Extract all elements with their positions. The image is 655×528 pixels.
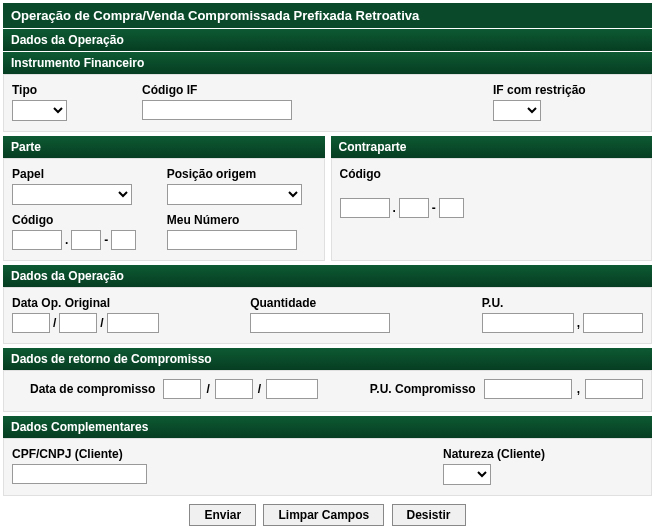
data-op-mes[interactable] bbox=[59, 313, 97, 333]
section-complementares: Dados Complementares bbox=[3, 415, 652, 438]
section-dados-operacao-2: Dados da Operação bbox=[3, 264, 652, 287]
label-data-compromisso: Data de compromisso bbox=[30, 382, 155, 396]
button-row: Enviar Limpar Campos Desistir bbox=[3, 496, 652, 528]
block-complementares: CPF/CNPJ (Cliente) Natureza (Cliente) bbox=[3, 438, 652, 496]
desistir-button[interactable]: Desistir bbox=[392, 504, 466, 526]
block-contraparte: Código . - bbox=[331, 158, 653, 261]
sep-dash: - bbox=[103, 233, 109, 247]
data-comp-ano[interactable] bbox=[266, 379, 318, 399]
block-dados-operacao-2: Data Op. Original / / Quantidade P.U. , bbox=[3, 287, 652, 344]
sep-dot: . bbox=[392, 201, 397, 215]
data-comp-dia[interactable] bbox=[163, 379, 201, 399]
label-meu-numero: Meu Número bbox=[167, 213, 316, 227]
block-instrumento: Tipo Código IF IF com restrição bbox=[3, 74, 652, 132]
natureza-select[interactable] bbox=[443, 464, 491, 485]
sep-slash: / bbox=[257, 382, 262, 396]
sep-comma: , bbox=[576, 316, 581, 330]
posicao-origem-select[interactable] bbox=[167, 184, 302, 205]
sep-comma: , bbox=[576, 382, 581, 396]
block-retorno: Data de compromisso / / P.U. Compromisso… bbox=[3, 370, 652, 412]
data-op-ano[interactable] bbox=[107, 313, 159, 333]
label-pu-compromisso: P.U. Compromisso bbox=[370, 382, 476, 396]
pu-comp-dec[interactable] bbox=[585, 379, 643, 399]
parte-codigo-2[interactable] bbox=[71, 230, 101, 250]
label-if-restricao: IF com restrição bbox=[493, 83, 643, 97]
section-instrumento: Instrumento Financeiro bbox=[3, 51, 652, 74]
section-parte: Parte bbox=[3, 135, 325, 158]
contraparte-codigo-3[interactable] bbox=[439, 198, 464, 218]
block-parte: Papel Posição origem Código . - bbox=[3, 158, 325, 261]
label-pu: P.U. bbox=[482, 296, 643, 310]
quantidade-input[interactable] bbox=[250, 313, 390, 333]
pu-int[interactable] bbox=[482, 313, 574, 333]
section-contraparte: Contraparte bbox=[331, 135, 653, 158]
tipo-select[interactable] bbox=[12, 100, 67, 121]
contraparte-codigo-2[interactable] bbox=[399, 198, 429, 218]
sep-dash: - bbox=[431, 201, 437, 215]
label-natureza: Natureza (Cliente) bbox=[443, 447, 643, 461]
meu-numero-input[interactable] bbox=[167, 230, 297, 250]
enviar-button[interactable]: Enviar bbox=[189, 504, 256, 526]
pu-comp-int[interactable] bbox=[484, 379, 572, 399]
parte-codigo-1[interactable] bbox=[12, 230, 62, 250]
sep-slash: / bbox=[52, 316, 57, 330]
label-codigo-parte: Código bbox=[12, 213, 161, 227]
label-tipo: Tipo bbox=[12, 83, 122, 97]
section-retorno: Dados de retorno de Compromisso bbox=[3, 347, 652, 370]
limpar-button[interactable]: Limpar Campos bbox=[263, 504, 384, 526]
papel-select[interactable] bbox=[12, 184, 132, 205]
label-codigo-if: Código IF bbox=[142, 83, 312, 97]
label-data-op-original: Data Op. Original bbox=[12, 296, 159, 310]
page-title: Operação de Compra/Venda Compromissada P… bbox=[3, 3, 652, 28]
data-comp-mes[interactable] bbox=[215, 379, 253, 399]
label-papel: Papel bbox=[12, 167, 161, 181]
cpf-cnpj-input[interactable] bbox=[12, 464, 147, 484]
label-contraparte-codigo: Código bbox=[340, 167, 644, 181]
sep-slash: / bbox=[205, 382, 210, 396]
codigo-if-input[interactable] bbox=[142, 100, 292, 120]
if-restricao-select[interactable] bbox=[493, 100, 541, 121]
label-cpf-cnpj: CPF/CNPJ (Cliente) bbox=[12, 447, 147, 461]
pu-dec[interactable] bbox=[583, 313, 643, 333]
parte-codigo-3[interactable] bbox=[111, 230, 136, 250]
sep-slash: / bbox=[99, 316, 104, 330]
contraparte-codigo-1[interactable] bbox=[340, 198, 390, 218]
label-posicao-origem: Posição origem bbox=[167, 167, 316, 181]
section-dados-operacao: Dados da Operação bbox=[3, 28, 652, 51]
sep-dot: . bbox=[64, 233, 69, 247]
label-quantidade: Quantidade bbox=[250, 296, 390, 310]
data-op-dia[interactable] bbox=[12, 313, 50, 333]
